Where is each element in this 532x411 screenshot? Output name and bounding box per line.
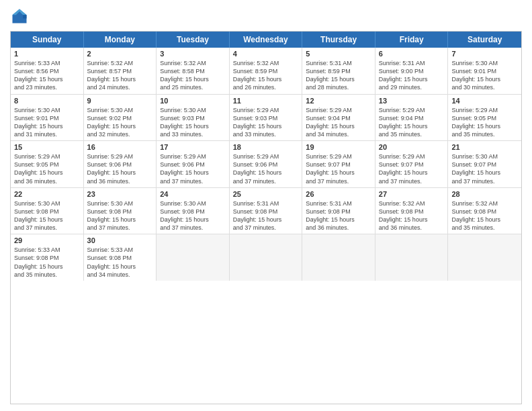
day-number: 13 — [379, 97, 445, 105]
day-number: 22 — [14, 190, 80, 198]
cell-info: Sunrise: 5:31 AMSunset: 9:08 PMDaylight:… — [233, 199, 299, 232]
cal-header-cell: Monday — [84, 32, 157, 48]
day-number: 18 — [233, 143, 299, 151]
cell-info: Sunrise: 5:32 AMSunset: 9:08 PMDaylight:… — [451, 199, 518, 232]
day-number: 17 — [160, 143, 226, 151]
calendar-cell: 9Sunrise: 5:30 AMSunset: 9:02 PMDaylight… — [84, 95, 157, 141]
cell-info: Sunrise: 5:32 AMSunset: 8:59 PMDaylight:… — [233, 59, 299, 92]
calendar-cell: 18Sunrise: 5:29 AMSunset: 9:06 PMDayligh… — [230, 141, 303, 187]
calendar-cell: 8Sunrise: 5:30 AMSunset: 9:01 PMDaylight… — [11, 95, 84, 141]
cell-info: Sunrise: 5:33 AMSunset: 8:56 PMDaylight:… — [14, 59, 80, 92]
calendar-header: SundayMondayTuesdayWednesdayThursdayFrid… — [11, 32, 521, 48]
calendar-cell: 11Sunrise: 5:29 AMSunset: 9:03 PMDayligh… — [230, 95, 303, 141]
calendar-row: 29Sunrise: 5:33 AMSunset: 9:08 PMDayligh… — [11, 234, 521, 281]
day-number: 27 — [379, 190, 445, 198]
cell-info: Sunrise: 5:31 AMSunset: 9:00 PMDaylight:… — [379, 59, 445, 92]
calendar-cell: 27Sunrise: 5:32 AMSunset: 9:08 PMDayligh… — [375, 188, 449, 234]
day-number: 28 — [451, 190, 518, 198]
day-number: 14 — [451, 97, 518, 105]
cell-info: Sunrise: 5:32 AMSunset: 8:57 PMDaylight:… — [87, 59, 153, 92]
logo — [10, 7, 32, 26]
calendar-cell: 10Sunrise: 5:30 AMSunset: 9:03 PMDayligh… — [157, 95, 230, 141]
calendar-cell: 3Sunrise: 5:32 AMSunset: 8:58 PMDaylight… — [157, 48, 230, 94]
cell-info: Sunrise: 5:33 AMSunset: 9:08 PMDaylight:… — [87, 246, 153, 279]
day-number: 7 — [451, 50, 518, 58]
calendar-cell: 26Sunrise: 5:31 AMSunset: 9:08 PMDayligh… — [302, 188, 375, 234]
cal-header-cell: Sunday — [11, 32, 84, 48]
day-number: 9 — [87, 97, 153, 105]
calendar: SundayMondayTuesdayWednesdayThursdayFrid… — [10, 31, 522, 404]
calendar-body: 1Sunrise: 5:33 AMSunset: 8:56 PMDaylight… — [11, 48, 521, 281]
day-number: 24 — [160, 190, 226, 198]
calendar-cell: 21Sunrise: 5:30 AMSunset: 9:07 PMDayligh… — [448, 141, 521, 187]
cell-info: Sunrise: 5:31 AMSunset: 9:08 PMDaylight:… — [306, 199, 371, 232]
calendar-cell: 15Sunrise: 5:29 AMSunset: 9:05 PMDayligh… — [11, 141, 84, 187]
calendar-cell: 16Sunrise: 5:29 AMSunset: 9:06 PMDayligh… — [84, 141, 157, 187]
calendar-cell: 17Sunrise: 5:29 AMSunset: 9:06 PMDayligh… — [157, 141, 230, 187]
day-number: 21 — [451, 143, 518, 151]
cell-info: Sunrise: 5:29 AMSunset: 9:06 PMDaylight:… — [233, 152, 299, 185]
day-number: 2 — [87, 50, 153, 58]
day-number: 3 — [160, 50, 226, 58]
calendar-cell: 5Sunrise: 5:31 AMSunset: 8:59 PMDaylight… — [302, 48, 375, 94]
calendar-cell: 4Sunrise: 5:32 AMSunset: 8:59 PMDaylight… — [230, 48, 303, 94]
calendar-row: 22Sunrise: 5:30 AMSunset: 9:08 PMDayligh… — [11, 188, 521, 235]
calendar-cell — [375, 234, 449, 281]
cell-info: Sunrise: 5:30 AMSunset: 9:08 PMDaylight:… — [14, 199, 80, 232]
cell-info: Sunrise: 5:29 AMSunset: 9:06 PMDaylight:… — [87, 152, 153, 185]
cal-header-cell: Thursday — [302, 32, 375, 48]
calendar-cell: 20Sunrise: 5:29 AMSunset: 9:07 PMDayligh… — [375, 141, 449, 187]
calendar-cell: 1Sunrise: 5:33 AMSunset: 8:56 PMDaylight… — [11, 48, 84, 94]
cell-info: Sunrise: 5:29 AMSunset: 9:04 PMDaylight:… — [379, 106, 445, 139]
cell-info: Sunrise: 5:32 AMSunset: 8:58 PMDaylight:… — [160, 59, 226, 92]
day-number: 19 — [306, 143, 371, 151]
calendar-cell: 29Sunrise: 5:33 AMSunset: 9:08 PMDayligh… — [11, 234, 84, 281]
header — [10, 7, 522, 26]
calendar-cell — [230, 234, 303, 281]
cell-info: Sunrise: 5:30 AMSunset: 9:03 PMDaylight:… — [160, 106, 226, 139]
calendar-cell: 14Sunrise: 5:29 AMSunset: 9:05 PMDayligh… — [448, 95, 521, 141]
cal-header-cell: Wednesday — [230, 32, 303, 48]
calendar-cell: 23Sunrise: 5:30 AMSunset: 9:08 PMDayligh… — [84, 188, 157, 234]
cal-header-cell: Saturday — [448, 32, 521, 48]
day-number: 29 — [14, 236, 80, 244]
cell-info: Sunrise: 5:33 AMSunset: 9:08 PMDaylight:… — [14, 246, 80, 279]
day-number: 1 — [14, 50, 80, 58]
day-number: 30 — [87, 236, 153, 244]
cell-info: Sunrise: 5:30 AMSunset: 9:07 PMDaylight:… — [451, 152, 518, 185]
calendar-cell: 24Sunrise: 5:30 AMSunset: 9:08 PMDayligh… — [157, 188, 230, 234]
day-number: 15 — [14, 143, 80, 151]
day-number: 10 — [160, 97, 226, 105]
cal-header-cell: Tuesday — [157, 32, 230, 48]
calendar-cell: 22Sunrise: 5:30 AMSunset: 9:08 PMDayligh… — [11, 188, 84, 234]
cell-info: Sunrise: 5:29 AMSunset: 9:07 PMDaylight:… — [379, 152, 445, 185]
calendar-cell — [448, 234, 521, 281]
day-number: 11 — [233, 97, 299, 105]
calendar-cell: 6Sunrise: 5:31 AMSunset: 9:00 PMDaylight… — [375, 48, 449, 94]
day-number: 4 — [233, 50, 299, 58]
calendar-row: 15Sunrise: 5:29 AMSunset: 9:05 PMDayligh… — [11, 141, 521, 188]
day-number: 25 — [233, 190, 299, 198]
calendar-cell: 28Sunrise: 5:32 AMSunset: 9:08 PMDayligh… — [448, 188, 521, 234]
day-number: 6 — [379, 50, 445, 58]
cell-info: Sunrise: 5:31 AMSunset: 8:59 PMDaylight:… — [306, 59, 371, 92]
calendar-cell: 30Sunrise: 5:33 AMSunset: 9:08 PMDayligh… — [84, 234, 157, 281]
calendar-cell: 19Sunrise: 5:29 AMSunset: 9:07 PMDayligh… — [302, 141, 375, 187]
day-number: 12 — [306, 97, 371, 105]
cell-info: Sunrise: 5:30 AMSunset: 9:08 PMDaylight:… — [87, 199, 153, 232]
day-number: 23 — [87, 190, 153, 198]
cell-info: Sunrise: 5:32 AMSunset: 9:08 PMDaylight:… — [379, 199, 445, 232]
calendar-cell: 13Sunrise: 5:29 AMSunset: 9:04 PMDayligh… — [375, 95, 449, 141]
calendar-cell — [157, 234, 230, 281]
calendar-cell — [302, 234, 375, 281]
cell-info: Sunrise: 5:29 AMSunset: 9:03 PMDaylight:… — [233, 106, 299, 139]
cell-info: Sunrise: 5:30 AMSunset: 9:02 PMDaylight:… — [87, 106, 153, 139]
cell-info: Sunrise: 5:29 AMSunset: 9:07 PMDaylight:… — [306, 152, 371, 185]
cell-info: Sunrise: 5:29 AMSunset: 9:05 PMDaylight:… — [14, 152, 80, 185]
cell-info: Sunrise: 5:30 AMSunset: 9:01 PMDaylight:… — [14, 106, 80, 139]
cell-info: Sunrise: 5:29 AMSunset: 9:06 PMDaylight:… — [160, 152, 226, 185]
calendar-cell: 7Sunrise: 5:30 AMSunset: 9:01 PMDaylight… — [448, 48, 521, 94]
cell-info: Sunrise: 5:29 AMSunset: 9:05 PMDaylight:… — [451, 106, 518, 139]
calendar-row: 1Sunrise: 5:33 AMSunset: 8:56 PMDaylight… — [11, 48, 521, 95]
day-number: 5 — [306, 50, 371, 58]
